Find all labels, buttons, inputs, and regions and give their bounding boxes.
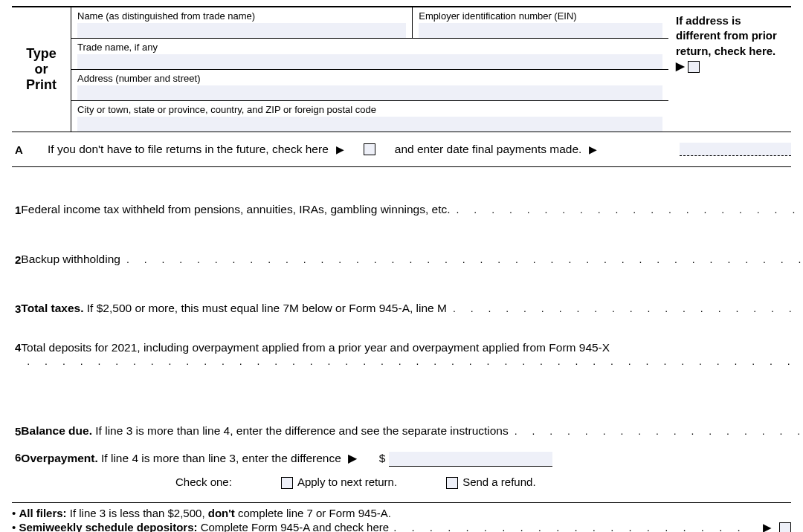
name-label: Name (as distinguished from trade name) <box>77 10 406 22</box>
or-label: or <box>35 62 48 77</box>
trade-input[interactable] <box>77 54 662 69</box>
line-5-rest: If line 3 is more than line 4, enter the… <box>92 424 509 437</box>
trade-row: Trade name, if any <box>71 39 668 70</box>
trade-label: Trade name, if any <box>77 42 662 53</box>
triangle-icon: ▶ <box>348 452 357 464</box>
address-row: Address (number and street) <box>71 70 668 101</box>
line-2-text: Backup withholding <box>21 253 120 266</box>
name-input[interactable] <box>77 23 406 38</box>
line-6-bold: Overpayment. <box>21 452 97 464</box>
leader-dots: . . . . . . . . . . . . . . . . . . . . … <box>120 253 803 265</box>
line-1-text: Federal income tax withheld from pension… <box>21 203 450 216</box>
address-label: Address (number and street) <box>77 73 662 84</box>
line-2-num: 2 <box>12 233 21 266</box>
address-diff-checkbox[interactable] <box>688 61 700 73</box>
line-A-post: and enter date final payments made. <box>395 143 582 156</box>
b2-bold: Semiweekly schedule depositors: <box>19 521 197 532</box>
ein-input[interactable] <box>419 23 662 38</box>
triangle-icon: ▶ <box>755 521 779 532</box>
line-1: 1 Federal income tax withheld from pensi… <box>12 184 803 216</box>
line-5: 5 Balance due. If line 3 is more than li… <box>12 405 803 438</box>
name-ein-row: Name (as distinguished from trade name) … <box>71 7 668 39</box>
final-payment-date-input[interactable] <box>680 143 791 156</box>
apply-next-return-label: Apply to next return. <box>297 476 397 488</box>
leader-dots: . . . . . . . . . . . . . . . . . . . . … <box>447 302 803 314</box>
address-input[interactable] <box>77 85 662 100</box>
ein-label: Employer identification number (EIN) <box>419 10 662 22</box>
b1-bold2: don't <box>208 507 235 519</box>
leader-dots: . . . . . . . . . . . . . . . . . . . . … <box>451 204 803 215</box>
semiweekly-checkbox[interactable] <box>779 522 791 532</box>
print-label: Print <box>26 77 57 93</box>
address-diff-cell: If address is different from prior retur… <box>668 7 791 132</box>
bullet-all-filers: • All filers: If line 3 is less than $2,… <box>12 506 791 520</box>
city-input[interactable] <box>77 117 662 132</box>
leader-dots: . . . . . . . . . . . . . . . . . . . . … <box>509 425 803 437</box>
line-3: 3 Total taxes. If $2,500 or more, this m… <box>12 282 803 315</box>
identity-fields: Name (as distinguished from trade name) … <box>71 7 668 132</box>
bullets-block: • All filers: If line 3 is less than $2,… <box>12 502 791 532</box>
line-4-num: 4 <box>12 341 21 389</box>
line-6-rest: If line 4 is more than line 3, enter the… <box>98 452 341 464</box>
line-A-num: A <box>15 143 40 156</box>
line-6-num: 6 <box>12 438 21 467</box>
leader-dots: . . . . . . . . . . . . . . . . . . . . … <box>21 355 803 367</box>
line-6: 6 Overpayment. If line 4 is more than li… <box>12 438 803 467</box>
apply-next-return-checkbox[interactable] <box>281 477 293 489</box>
line-5-num: 5 <box>12 405 21 438</box>
line-A: A If you don't have to file returns in t… <box>12 132 791 167</box>
b1-rest: If line 3 is less than $2,500, <box>67 507 208 519</box>
line-4-text: Total deposits for 2021, including overp… <box>21 341 610 354</box>
city-row: City or town, state or province, country… <box>71 101 668 132</box>
check-one-label: Check one: <box>175 476 232 488</box>
line-4: 4 Total deposits for 2021, including ove… <box>12 341 803 389</box>
bullet-semiweekly: • Semiweekly schedule depositors: Comple… <box>12 520 791 532</box>
triangle-icon: ▶ <box>589 143 597 155</box>
line-6-amount[interactable] <box>389 452 552 467</box>
leader-dots: . . . . . . . . . . . . . . . . . . . . … <box>389 521 755 532</box>
triangle-icon: ▶ <box>336 143 344 155</box>
line-1-num: 1 <box>12 184 21 216</box>
no-future-returns-checkbox[interactable] <box>364 143 375 155</box>
lines-table: 1 Federal income tax withheld from pensi… <box>12 167 803 467</box>
line-3-bold: Total taxes. <box>21 302 83 314</box>
line-3-num: 3 <box>12 282 21 315</box>
send-refund-label: Send a refund. <box>462 476 535 488</box>
b2-rest: Complete Form 945-A and check here <box>198 521 390 532</box>
line-A-pre: If you don't have to file returns in the… <box>48 143 329 156</box>
dollar-sign: $ <box>379 452 386 464</box>
line-5-bold: Balance due. <box>21 424 92 437</box>
type-or-print-label: Type or Print <box>12 7 71 132</box>
line-2: 2 Backup withholding . . . . . . . . . .… <box>12 233 803 266</box>
send-refund-checkbox[interactable] <box>446 477 458 489</box>
identity-block: Type or Print Name (as distinguished fro… <box>12 6 791 132</box>
type-label: Type <box>26 46 57 62</box>
line-3-rest: If $2,500 or more, this must equal line … <box>83 302 446 314</box>
b1-rest2: complete line 7 or Form 945-A. <box>235 507 391 519</box>
city-label: City or town, state or province, country… <box>77 104 662 115</box>
b1-bold: All filers: <box>19 507 66 519</box>
check-one-row: Check one: Apply to next return. Send a … <box>12 467 791 502</box>
